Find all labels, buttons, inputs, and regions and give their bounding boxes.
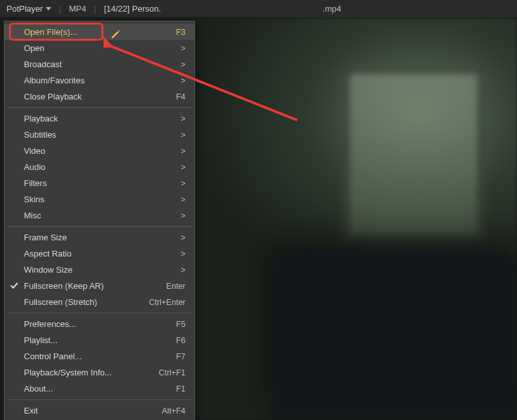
main-context-menu: Open File(s)...F3Open>Broadcast>Album/Fa… xyxy=(4,21,195,420)
menu-divider xyxy=(7,313,192,313)
menu-item-label: Misc xyxy=(24,211,181,220)
menu-item-misc[interactable]: Misc> xyxy=(5,207,195,224)
submenu-arrow-icon: > xyxy=(181,76,185,85)
menu-item-shortcut: F4 xyxy=(176,92,185,101)
menu-item-shortcut: Ctrl+F1 xyxy=(159,368,185,377)
menu-item-preferences[interactable]: Preferences...F5 xyxy=(5,316,195,332)
app-menu-button[interactable]: PotPlayer xyxy=(6,4,51,14)
caret-down-icon xyxy=(46,7,51,10)
menu-item-label: Aspect Ratio xyxy=(24,249,181,258)
menu-item-shortcut: Enter xyxy=(166,282,185,291)
menu-item-label: Control Panel... xyxy=(24,352,176,361)
menu-item-label: Playlist... xyxy=(24,335,176,345)
format-badge: MP4 xyxy=(69,4,87,14)
file-title-prefix: [14/22] Person. xyxy=(104,4,161,14)
submenu-arrow-icon: > xyxy=(181,195,185,204)
app-name: PotPlayer xyxy=(6,4,43,14)
menu-item-label: About... xyxy=(24,384,176,394)
titlebar-separator: | xyxy=(59,4,61,14)
menu-item-about[interactable]: About...F1 xyxy=(5,381,195,397)
submenu-arrow-icon: > xyxy=(181,211,185,220)
menu-item-shortcut: F5 xyxy=(176,320,185,329)
submenu-arrow-icon: > xyxy=(181,266,185,275)
menu-divider xyxy=(7,226,192,227)
menu-item-label: Album/Favorites xyxy=(24,76,181,85)
menu-item-label: Open File(s)... xyxy=(24,27,176,37)
menu-item-sysinfo[interactable]: Playback/System Info...Ctrl+F1 xyxy=(5,364,195,381)
menu-item-label: Exit xyxy=(24,406,162,415)
menu-item-shortcut: F6 xyxy=(176,336,185,345)
submenu-arrow-icon: > xyxy=(181,249,185,258)
menu-item-label: Playback/System Info... xyxy=(24,368,159,377)
menu-item-broadcast[interactable]: Broadcast> xyxy=(5,56,195,72)
menu-item-window-size[interactable]: Window Size> xyxy=(5,262,195,278)
menu-item-label: Video xyxy=(24,146,181,156)
menu-item-label: Audio xyxy=(24,162,181,172)
menu-item-filters[interactable]: Filters> xyxy=(5,175,195,191)
submenu-arrow-icon: > xyxy=(181,44,185,53)
submenu-arrow-icon: > xyxy=(181,131,185,140)
submenu-arrow-icon: > xyxy=(181,233,185,242)
menu-item-label: Frame Size xyxy=(24,233,181,242)
menu-item-fullscreen-str[interactable]: Fullscreen (Stretch)Ctrl+Enter xyxy=(5,294,195,310)
bg-couch xyxy=(271,251,517,419)
menu-item-label: Playback xyxy=(24,114,181,123)
menu-item-label: Fullscreen (Stretch) xyxy=(24,297,149,307)
menu-item-label: Fullscreen (Keep AR) xyxy=(24,281,166,291)
menu-item-label: Subtitles xyxy=(24,130,181,140)
menu-item-label: Preferences... xyxy=(24,319,176,329)
menu-item-shortcut: Ctrl+Enter xyxy=(149,298,185,307)
submenu-arrow-icon: > xyxy=(181,163,185,172)
menu-item-label: Broadcast xyxy=(24,59,181,69)
menu-item-open-files[interactable]: Open File(s)...F3 xyxy=(5,24,195,40)
menu-item-shortcut: Alt+F4 xyxy=(162,406,185,415)
bg-window-frame xyxy=(343,67,485,244)
menu-item-skins[interactable]: Skins> xyxy=(5,191,195,207)
menu-item-playlist[interactable]: Playlist...F6 xyxy=(5,332,195,348)
menu-item-shortcut: F1 xyxy=(176,384,185,394)
menu-item-label: Skins xyxy=(24,194,181,204)
menu-item-fullscreen-ar[interactable]: Fullscreen (Keep AR)Enter xyxy=(5,278,195,294)
menu-item-label: Filters xyxy=(24,178,181,188)
menu-item-aspect-ratio[interactable]: Aspect Ratio> xyxy=(5,246,195,262)
menu-item-exit[interactable]: ExitAlt+F4 xyxy=(5,403,195,419)
submenu-arrow-icon: > xyxy=(181,114,185,123)
submenu-arrow-icon: > xyxy=(181,147,185,156)
menu-item-label: Close Playback xyxy=(24,92,176,101)
menu-item-label: Window Size xyxy=(24,265,181,275)
menu-item-video[interactable]: Video> xyxy=(5,143,195,159)
menu-item-control-panel[interactable]: Control Panel...F7 xyxy=(5,348,195,364)
menu-item-shortcut: F7 xyxy=(176,352,185,361)
menu-item-album-fav[interactable]: Album/Favorites> xyxy=(5,72,195,89)
menu-divider xyxy=(7,107,192,108)
menu-item-audio[interactable]: Audio> xyxy=(5,159,195,175)
submenu-arrow-icon: > xyxy=(181,60,185,69)
file-title: [14/22] Person..mp4 xyxy=(104,4,341,14)
redacted-span xyxy=(161,5,322,14)
menu-item-playback[interactable]: Playback> xyxy=(5,110,195,127)
titlebar-separator: | xyxy=(94,4,96,14)
menu-divider xyxy=(7,399,192,400)
file-title-suffix: .mp4 xyxy=(322,4,341,14)
menu-item-frame-size[interactable]: Frame Size> xyxy=(5,229,195,246)
check-icon xyxy=(10,282,18,289)
menu-item-subtitles[interactable]: Subtitles> xyxy=(5,127,195,143)
menu-item-close-playback[interactable]: Close PlaybackF4 xyxy=(5,89,195,105)
menu-item-shortcut: F3 xyxy=(176,28,185,37)
titlebar: PotPlayer | MP4 | [14/22] Person..mp4 xyxy=(0,0,517,18)
menu-item-open[interactable]: Open> xyxy=(5,40,195,56)
menu-item-label: Open xyxy=(24,43,181,53)
submenu-arrow-icon: > xyxy=(181,179,185,188)
